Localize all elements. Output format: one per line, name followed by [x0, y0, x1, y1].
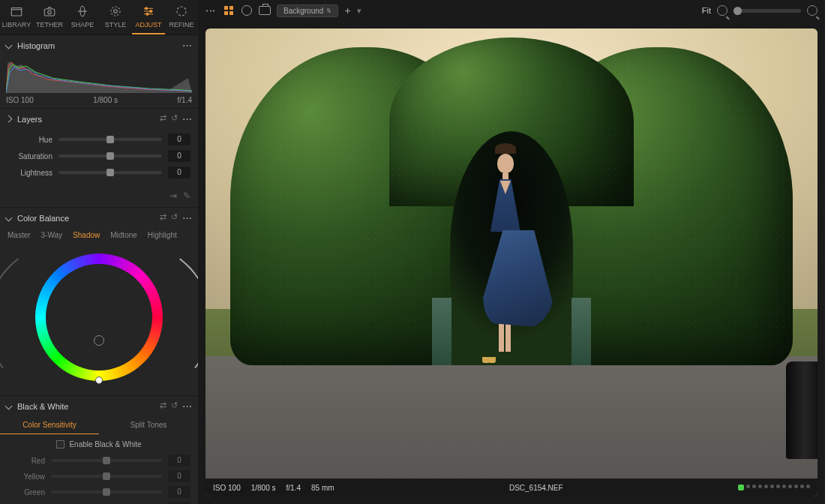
svg-rect-1 — [44, 9, 55, 16]
main-tabs: LIBRARY TETHER SHAPE STYLE ADJUST REFINE — [0, 0, 198, 35]
histogram-iso: ISO 100 — [6, 96, 34, 104]
saturation-slider[interactable]: Saturation 0 — [8, 150, 190, 162]
cb-tab-3way[interactable]: 3-Way — [41, 231, 63, 239]
cb-tab-midtone[interactable]: Midtone — [110, 231, 137, 239]
panel-menu-icon[interactable]: ⋯ — [182, 400, 192, 412]
lens-icon — [76, 4, 89, 18]
chevron-down-icon — [5, 403, 13, 410]
add-layer-button[interactable]: + — [344, 4, 350, 16]
cb-tab-shadow[interactable]: Shadow — [73, 231, 100, 239]
footer-iso: ISO 100 — [213, 484, 241, 492]
footer-aperture: f/1.4 — [286, 484, 301, 492]
loader-icon — [175, 4, 188, 18]
footer-focal: 85 mm — [311, 484, 334, 492]
chevron-updown-icon: ⇅ — [326, 8, 332, 14]
footer-shutter: 1/800 s — [251, 484, 276, 492]
reset-icon[interactable]: ↺ — [171, 212, 178, 224]
tab-shape[interactable]: SHAPE — [66, 0, 99, 34]
tab-tether[interactable]: TETHER — [33, 0, 66, 34]
copy-adjustments-icon[interactable]: ⇄ — [160, 400, 166, 412]
chevron-right-icon — [5, 116, 13, 123]
chevron-down-icon — [5, 214, 13, 222]
color-balance-tabs: Master 3-Way Shadow Midtone Highlight — [0, 228, 198, 245]
palette-icon — [109, 4, 122, 18]
camera-icon — [43, 4, 56, 18]
capture-button[interactable] — [259, 4, 271, 16]
footer-filename: DSC_6154.NEF — [509, 484, 563, 492]
bw-tab-split-tones[interactable]: Split Tones — [99, 416, 198, 434]
tab-refine[interactable]: REFINE — [165, 0, 198, 34]
tool-options-icon[interactable]: ⋮ — [206, 6, 217, 16]
svg-rect-0 — [11, 8, 22, 16]
svg-point-5 — [111, 7, 120, 16]
panel-menu-icon[interactable]: ⋯ — [182, 40, 192, 51]
fit-button[interactable]: Fit — [702, 6, 711, 15]
histogram-aperture: f/1.4 — [178, 96, 192, 104]
copy-adjustments-icon[interactable]: ⇄ — [160, 212, 166, 224]
svg-point-8 — [146, 13, 148, 15]
svg-point-7 — [150, 10, 152, 13]
zoom-in-icon[interactable] — [807, 5, 818, 16]
svg-point-9 — [177, 7, 186, 16]
picker-direct-icon[interactable]: ⇥ — [170, 190, 177, 201]
hue-slider[interactable]: Hue 0 — [8, 134, 190, 146]
panel-menu-icon[interactable]: ⋯ — [182, 113, 192, 124]
histogram-shutter: 1/800 s — [93, 96, 118, 104]
bw-panel-header[interactable]: Black & White ⇄ ↺ ⋯ — [0, 396, 198, 416]
sliders-icon — [142, 4, 155, 18]
layer-dropdown[interactable]: Background ⇅ — [277, 4, 338, 17]
layers-panel-header[interactable]: Layers ⇄ ↺ ⋯ — [0, 109, 198, 129]
svg-point-4 — [114, 10, 118, 14]
svg-point-6 — [146, 8, 148, 10]
color-balance-panel-header[interactable]: Color Balance ⇄ ↺ ⋯ — [0, 208, 198, 228]
zoom-out-icon[interactable] — [717, 5, 728, 16]
image-viewer[interactable]: ISO 100 1/800 s f/1.4 85 mm DSC_6154.NEF — [206, 28, 818, 496]
folder-icon — [10, 4, 23, 18]
svg-point-2 — [48, 10, 52, 14]
single-view-button[interactable] — [241, 4, 253, 16]
color-picker-icon[interactable]: ✎ — [183, 190, 190, 201]
color-wheel[interactable] — [0, 245, 198, 395]
photo-subject — [483, 164, 528, 382]
bw-enable-checkbox[interactable]: Enable Black & White — [0, 434, 198, 454]
viewer-info-bar: ISO 100 1/800 s f/1.4 85 mm DSC_6154.NEF — [206, 478, 818, 496]
bw-green-slider[interactable]: Green0 — [8, 486, 190, 498]
viewer-toolbar: ⋮ Background ⇅ + ▾ Fit — [198, 0, 825, 21]
cb-tab-highlight[interactable]: Highlight — [148, 231, 177, 239]
histogram-panel-header[interactable]: Histogram ⋯ — [0, 35, 198, 56]
tab-library[interactable]: LIBRARY — [0, 0, 33, 34]
tab-adjust[interactable]: ADJUST — [132, 0, 165, 34]
panel-menu-icon[interactable]: ⋯ — [182, 212, 192, 224]
color-tag-rating[interactable] — [738, 484, 810, 490]
reset-icon[interactable]: ↺ — [171, 113, 178, 124]
grid-view-button[interactable] — [223, 4, 235, 16]
tab-style[interactable]: STYLE — [99, 0, 132, 34]
bw-red-slider[interactable]: Red0 — [8, 454, 190, 466]
dropdown-caret-icon[interactable]: ▾ — [357, 6, 362, 16]
bw-yellow-slider[interactable]: Yellow0 — [8, 470, 190, 482]
zoom-slider[interactable] — [734, 9, 801, 13]
histogram-display: ISO 100 1/800 s f/1.4 — [0, 56, 198, 108]
copy-adjustments-icon[interactable]: ⇄ — [160, 113, 166, 124]
cb-tab-master[interactable]: Master — [8, 231, 31, 239]
bw-tab-sensitivity[interactable]: Color Sensitivity — [0, 416, 99, 434]
reset-icon[interactable]: ↺ — [171, 400, 178, 412]
chevron-down-icon — [5, 42, 13, 50]
lightness-slider[interactable]: Lightness 0 — [8, 166, 190, 178]
